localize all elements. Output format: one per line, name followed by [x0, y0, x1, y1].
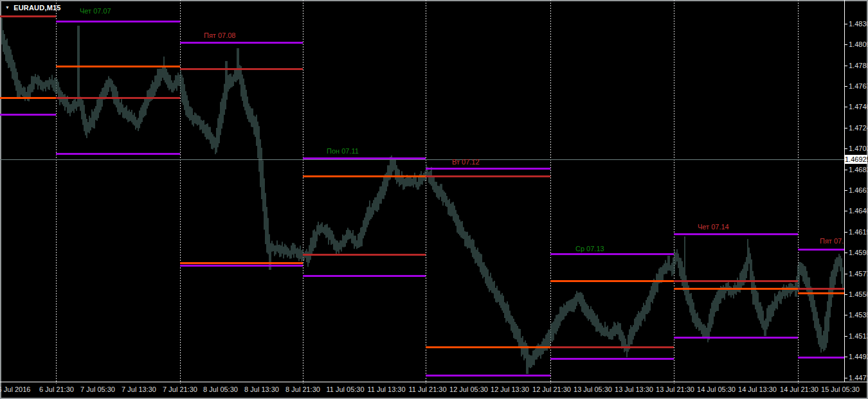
time-axis-label: 14 Jul 05:30	[697, 386, 736, 393]
price-axis-label: 1.44715	[849, 374, 868, 382]
price-axis-label: 1.44925	[849, 353, 868, 360]
time-axis-label: 13 Jul 21:30	[656, 386, 694, 393]
time-axis-label: 11 Jul 05:30	[326, 386, 364, 393]
time-axis-label: 6 Jul 21:30	[39, 386, 74, 393]
price-axis-label: 1.48090	[849, 40, 868, 48]
price-axis-label: 1.45770	[849, 270, 868, 278]
price-axis-label: 1.45350	[849, 311, 868, 319]
price-axis-label: 1.46405	[849, 207, 868, 215]
time-axis-label: 14 Jul 13:30	[738, 386, 777, 393]
symbol-label: ▼EURAUD,M15	[5, 4, 61, 12]
price-axis-label: 1.47460	[849, 103, 868, 111]
current-price-box: 1.46925	[845, 155, 867, 164]
price-axis-label: 1.46825	[849, 166, 868, 173]
time-axis-label: 12 Jul 05:30	[449, 386, 488, 393]
time-axis-label: 13 Jul 05:30	[574, 386, 612, 393]
day-separator-lines	[57, 0, 799, 384]
price-axis-label: 1.47880	[849, 62, 868, 69]
time-axis-label: 11 Jul 13:30	[367, 386, 405, 393]
symbol-text: EURAUD,M15	[14, 4, 61, 12]
time-axis-label: 12 Jul 13:30	[491, 386, 529, 393]
time-axis-label: 8 Jul 13:30	[244, 386, 279, 393]
price-axis-label: 1.46615	[849, 186, 868, 194]
price-axis-label: 1.47670	[849, 82, 868, 90]
chart-window: Чет 07.07Пят 07.08Пон 07.11Вт 07.12Ср 07…	[0, 0, 868, 399]
time-axis-label: 15 Jul 05:30	[821, 386, 860, 393]
time-axis-label: 7 Jul 21:30	[163, 386, 197, 393]
time-axis-label: 12 Jul 21:30	[532, 386, 571, 393]
price-axis-label: 1.47245	[849, 124, 868, 132]
price-axis-label: 1.48300	[849, 20, 868, 28]
price-axis-label: 1.45980	[849, 249, 868, 256]
time-axis-label: 8 Jul 05:30	[203, 386, 238, 393]
price-axis-label: 1.45560	[849, 290, 868, 298]
time-axis-label: 14 Jul 21:30	[780, 386, 818, 393]
price-chart-canvas[interactable]	[0, 0, 868, 399]
time-axis-label: 8 Jul 21:30	[285, 386, 320, 393]
price-axis-label: 1.47035	[849, 145, 868, 152]
price-bars	[2, 18, 843, 374]
current-price-value: 1.46925	[845, 155, 868, 163]
time-axis-label: 6 Jul 2016	[0, 386, 30, 393]
time-axis-label: 13 Jul 13:30	[615, 386, 653, 393]
dropdown-arrow-icon[interactable]: ▼	[5, 5, 10, 10]
price-axis-label: 1.46190	[849, 228, 868, 236]
time-axis-label: 7 Jul 13:30	[122, 386, 156, 393]
time-axis-label: 11 Jul 21:30	[408, 386, 446, 393]
price-axis-label: 1.45135	[849, 332, 868, 340]
time-axis-label: 7 Jul 05:30	[80, 386, 115, 393]
